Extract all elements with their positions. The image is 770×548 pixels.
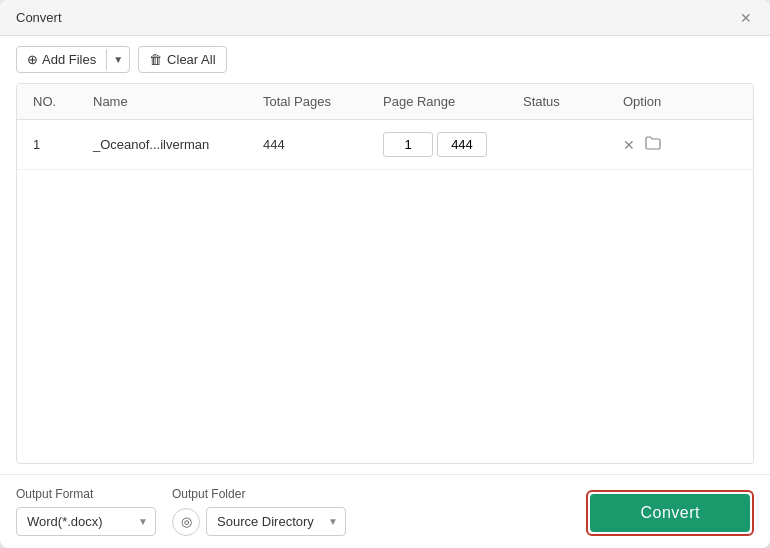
cell-total-pages: 444	[255, 125, 375, 164]
cell-no: 1	[25, 125, 85, 164]
col-name: Name	[85, 84, 255, 119]
output-folder-browse-button[interactable]: ◎	[172, 508, 200, 536]
plus-icon: ⊕	[27, 52, 38, 67]
file-table: NO. Name Total Pages Page Range Status O…	[16, 83, 754, 464]
output-format-wrapper: Word(*.docx) ▼	[16, 507, 156, 536]
output-folder-group: Output Folder ◎ Source Directory ▼	[172, 487, 346, 536]
clear-all-button[interactable]: 🗑 Clear All	[138, 46, 226, 73]
output-folder-select[interactable]: Source Directory	[206, 507, 346, 536]
dropdown-arrow-icon: ▼	[113, 54, 123, 65]
bottom-bar: Output Format Word(*.docx) ▼ Output Fold…	[0, 474, 770, 548]
output-format-label: Output Format	[16, 487, 156, 501]
output-folder-label: Output Folder	[172, 487, 346, 501]
col-total-pages: Total Pages	[255, 84, 375, 119]
circle-target-icon: ◎	[181, 514, 192, 529]
page-range-end-input[interactable]	[437, 132, 487, 157]
delete-row-icon[interactable]: ✕	[623, 137, 635, 153]
close-button[interactable]: ✕	[738, 10, 754, 26]
toolbar: ⊕ Add Files ▼ 🗑 Clear All	[0, 36, 770, 83]
window-title: Convert	[16, 10, 62, 25]
cell-status	[515, 133, 615, 157]
folder-row-icon[interactable]	[645, 136, 661, 153]
trash-icon: 🗑	[149, 52, 162, 67]
col-option: Option	[615, 84, 695, 119]
cell-name: _Oceanof...ilverman	[85, 125, 255, 164]
output-format-select[interactable]: Word(*.docx)	[16, 507, 156, 536]
convert-button[interactable]: Convert	[590, 494, 750, 532]
table-body: 1 _Oceanof...ilverman 444 ✕	[17, 120, 753, 463]
col-status: Status	[515, 84, 615, 119]
col-no: NO.	[25, 84, 85, 119]
cell-page-range	[375, 120, 515, 169]
add-files-button[interactable]: ⊕ Add Files ▼	[16, 46, 130, 73]
add-files-main[interactable]: ⊕ Add Files	[17, 47, 106, 72]
cell-option: ✕	[615, 124, 695, 165]
output-folder-wrapper: ◎ Source Directory ▼	[172, 507, 346, 536]
output-format-group: Output Format Word(*.docx) ▼	[16, 487, 156, 536]
clear-all-label: Clear All	[167, 52, 215, 67]
convert-button-wrapper: Convert	[586, 490, 754, 536]
page-range-start-input[interactable]	[383, 132, 433, 157]
title-bar: Convert ✕	[0, 0, 770, 36]
output-folder-select-wrapper: Source Directory ▼	[206, 507, 346, 536]
table-row: 1 _Oceanof...ilverman 444 ✕	[17, 120, 753, 170]
table-header: NO. Name Total Pages Page Range Status O…	[17, 84, 753, 120]
main-window: Convert ✕ ⊕ Add Files ▼ 🗑 Clear All NO. …	[0, 0, 770, 548]
add-files-label: Add Files	[42, 52, 96, 67]
add-files-dropdown[interactable]: ▼	[106, 49, 129, 70]
col-page-range: Page Range	[375, 84, 515, 119]
